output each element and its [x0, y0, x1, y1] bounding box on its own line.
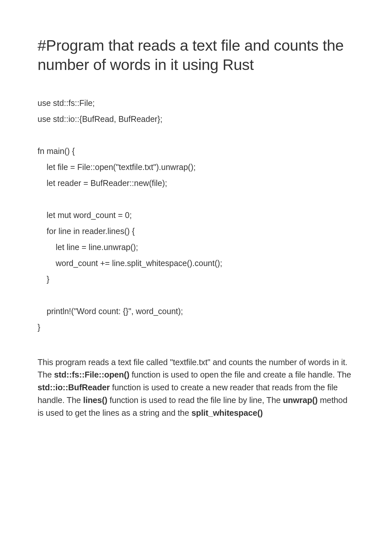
code-line: let reader = BufReader::new(file);: [38, 179, 354, 187]
code-line: word_count += line.split_whitespace().co…: [38, 259, 354, 267]
code-line: let file = File::open("textfile.txt").un…: [38, 163, 354, 171]
explanation-bold: unwrap(): [283, 395, 318, 405]
explanation-bold: lines(): [83, 395, 107, 405]
explanation-text: function is used to open the file and cr…: [129, 370, 351, 379]
code-line: }: [38, 323, 354, 331]
explanation-bold: split_whitespace(): [191, 408, 263, 417]
code-line: println!("Word count: {}", word_count);: [38, 307, 354, 315]
explanation-bold: std::fs::File::open(): [54, 370, 129, 379]
code-blank-line: [38, 131, 354, 147]
explanation-paragraph: This program reads a text file called "t…: [38, 356, 354, 419]
explanation-text: function is used to read the file line b…: [107, 395, 283, 405]
explanation-bold: std::io::BufReader: [38, 383, 110, 392]
code-block: use std::fs::File; use std::io::{BufRead…: [38, 99, 354, 331]
code-blank-line: [38, 195, 354, 211]
code-blank-line: [38, 291, 354, 307]
code-line: }: [38, 275, 354, 283]
code-line: use std::io::{BufRead, BufReader};: [38, 115, 354, 123]
code-line: let mut word_count = 0;: [38, 211, 354, 219]
code-line: use std::fs::File;: [38, 99, 354, 107]
code-line: fn main() {: [38, 147, 354, 155]
document-title: #Program that reads a text file and coun…: [38, 36, 354, 75]
code-line: let line = line.unwrap();: [38, 243, 354, 251]
code-line: for line in reader.lines() {: [38, 227, 354, 235]
